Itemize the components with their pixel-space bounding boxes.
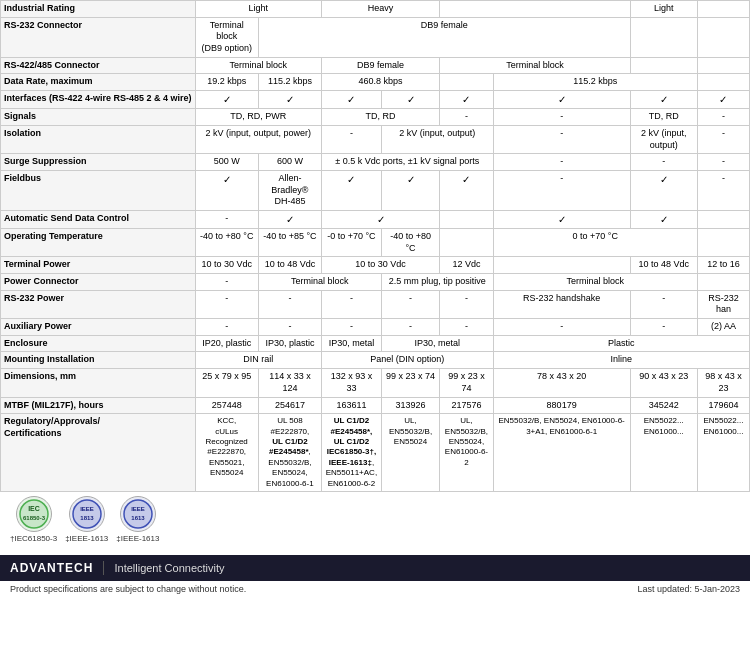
table-cell: ✓ [440, 170, 493, 210]
table-cell: 12 Vdc [440, 257, 493, 274]
table-cell: 2 kV (input, output) [381, 125, 493, 153]
table-cell [630, 17, 697, 57]
row-header: RS-422/485 Connector [1, 57, 196, 74]
table-cell [697, 57, 749, 74]
table-cell: ✓ [440, 91, 493, 109]
table-cell: DB9 female [322, 57, 440, 74]
table-cell: IP30, metal [381, 335, 493, 352]
table-cell: Panel (DIN option) [322, 352, 494, 369]
table-cell: RS-232 han [697, 290, 749, 318]
table-cell: - [440, 290, 493, 318]
table-row: Terminal Power 10 to 30 Vdc 10 to 48 Vdc… [1, 257, 750, 274]
table-cell: - [697, 109, 749, 126]
table-cell: UL C1/D2#E245458*,UL C1/D2IEC61850-3†,IE… [322, 414, 382, 492]
table-cell: 132 x 93 x 33 [322, 369, 382, 397]
table-cell: - [195, 210, 258, 228]
brand-tagline: Intelligent Connectivity [114, 562, 224, 574]
svg-point-6 [124, 500, 152, 528]
table-cell: DIN rail [195, 352, 321, 369]
table-cell: 10 to 48 Vdc [258, 257, 321, 274]
table-cell: ✓ [195, 170, 258, 210]
svg-text:61850-3: 61850-3 [23, 515, 46, 521]
svg-text:IEEE: IEEE [131, 506, 145, 512]
table-cell [697, 74, 749, 91]
table-cell: - [493, 170, 630, 210]
table-cell: ✓ [322, 170, 382, 210]
specifications-table: Industrial Rating Light Heavy Light RS-2… [0, 0, 750, 492]
table-cell: - [493, 109, 630, 126]
table-cell: Terminal block [440, 57, 630, 74]
table-cell [630, 57, 697, 74]
ieee1-label: ‡IEEE-1613 [65, 534, 108, 543]
table-cell [440, 74, 493, 91]
table-cell: -40 to +85 °C [258, 228, 321, 256]
table-cell: TD, RD, PWR [195, 109, 321, 126]
table-cell: - [195, 290, 258, 318]
table-row: Enclosure IP20, plastic IP30, plastic IP… [1, 335, 750, 352]
svg-point-3 [73, 500, 101, 528]
row-header: RS-232 Power [1, 290, 196, 318]
table-cell: 115.2 kbps [493, 74, 697, 91]
table-cell: EN55022...EN61000... [630, 414, 697, 492]
table-cell: - [381, 319, 439, 336]
table-cell: - [381, 290, 439, 318]
iec-icon: IEC 61850-3 [16, 496, 52, 532]
table-cell: 115.2 kbps [258, 74, 321, 91]
table-cell: - [258, 319, 321, 336]
table-cell: IP30, metal [322, 335, 382, 352]
footer-updated: Last updated: 5-Jan-2023 [637, 584, 740, 594]
table-cell: -40 to +80 °C [381, 228, 439, 256]
row-header: Operating Temperature [1, 228, 196, 256]
table-cell: - [195, 274, 258, 291]
table-cell: EN55032/B, EN55024, EN61000-6-3+A1, EN61… [493, 414, 630, 492]
table-cell: 600 W [258, 154, 321, 171]
table-cell [697, 1, 749, 18]
table-cell: Heavy [322, 1, 440, 18]
table-row: RS-232 Connector Terminal block(DB9 opti… [1, 17, 750, 57]
spec-table-wrapper: Industrial Rating Light Heavy Light RS-2… [0, 0, 750, 492]
table-cell: 2 kV (input, output, power) [195, 125, 321, 153]
cert-item-iec: IEC 61850-3 †IEC61850-3 [10, 496, 57, 543]
table-cell: - [697, 125, 749, 153]
table-cell: ✓ [697, 91, 749, 109]
table-cell [493, 257, 630, 274]
table-cell: ✓ [630, 210, 697, 228]
table-cell: IP30, plastic [258, 335, 321, 352]
ieee1-icon: IEEE 1813 [69, 496, 105, 532]
table-row: Regulatory/Approvals/Certifications KCC,… [1, 414, 750, 492]
table-cell: 217576 [440, 397, 493, 414]
cert-item-ieee2: IEEE 1613 ‡IEEE-1613 [116, 496, 159, 543]
table-cell: 90 x 43 x 23 [630, 369, 697, 397]
table-cell: - [697, 170, 749, 210]
row-header: Automatic Send Data Control [1, 210, 196, 228]
table-cell: - [440, 109, 493, 126]
table-cell: Terminal block(DB9 option) [195, 17, 258, 57]
table-cell: 10 to 30 Vdc [322, 257, 440, 274]
row-header: Regulatory/Approvals/Certifications [1, 414, 196, 492]
table-cell: ✓ [322, 91, 382, 109]
table-cell: ✓ [493, 210, 630, 228]
table-cell: 345242 [630, 397, 697, 414]
table-cell: 179604 [697, 397, 749, 414]
row-header: Industrial Rating [1, 1, 196, 18]
table-cell: UL,EN55032/B,EN55024,EN61000-6-2 [440, 414, 493, 492]
table-cell: 19.2 kbps [195, 74, 258, 91]
table-row: Dimensions, mm 25 x 79 x 95 114 x 33 x 1… [1, 369, 750, 397]
table-cell: RS-232 handshake [493, 290, 630, 318]
table-cell: (2) AA [697, 319, 749, 336]
table-cell: 460.8 kbps [322, 74, 440, 91]
table-row: Mounting Installation DIN rail Panel (DI… [1, 352, 750, 369]
row-header: Enclosure [1, 335, 196, 352]
footer-bar: ADVANTECH Intelligent Connectivity [0, 555, 750, 581]
table-cell: 99 x 23 x 74 [440, 369, 493, 397]
table-row: Interfaces (RS-422 4-wire RS-485 2 & 4 w… [1, 91, 750, 109]
table-cell: - [493, 154, 630, 171]
ieee2-icon: IEEE 1613 [120, 496, 156, 532]
table-cell: 0 to +70 °C [493, 228, 697, 256]
table-cell: 12 to 16 [697, 257, 749, 274]
table-cell: 163611 [322, 397, 382, 414]
table-cell: -40 to +80 °C [195, 228, 258, 256]
table-cell: 313926 [381, 397, 439, 414]
table-cell [440, 210, 493, 228]
table-cell: ✓ [493, 91, 630, 109]
